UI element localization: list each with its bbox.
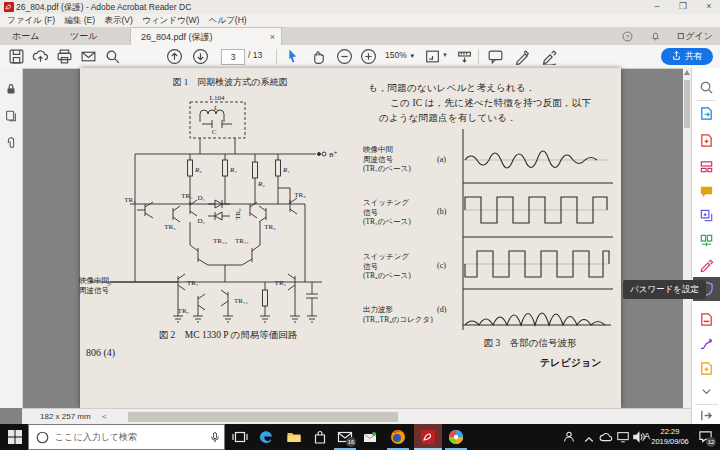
circuit-label-tr8: TR₈ <box>294 191 306 199</box>
paragraph-line1: も，問題のないレベルと考えられる． <box>368 82 536 95</box>
expand-panel-icon[interactable] <box>699 408 714 423</box>
horizontal-scrollbar-thumb[interactable] <box>128 412 398 422</box>
menu-view[interactable]: 表示(V) <box>104 15 132 25</box>
select-tool-icon[interactable] <box>284 48 301 65</box>
people-icon[interactable] <box>562 430 576 444</box>
comment-tool-icon[interactable] <box>699 184 714 199</box>
more-tools-icon[interactable] <box>699 361 714 376</box>
menu-edit[interactable]: 編集 (E) <box>64 15 95 25</box>
acrobat-reader-icon <box>420 429 436 445</box>
figure1-caption: 図 1 同期検波方式の系統図 <box>140 76 320 89</box>
time-label: 22:29 <box>650 427 690 437</box>
lock-icon[interactable] <box>4 82 18 96</box>
set-password-tooltip: パスワードを設定 <box>623 280 706 299</box>
network-icon[interactable] <box>616 430 630 444</box>
scroll-up-icon[interactable] <box>684 70 690 75</box>
search-icon[interactable] <box>104 48 121 65</box>
page-size-label: 182 x 257 mm <box>40 412 91 421</box>
start-button-icon[interactable] <box>7 429 23 445</box>
figure2-caption: 図 2 MC 1330 P の簡易等価回路 <box>118 329 338 342</box>
store-icon[interactable] <box>312 429 328 445</box>
edit-pdf-icon[interactable] <box>699 159 714 174</box>
circuit-label-tr9: TR₉ <box>234 208 242 220</box>
chevron-down-icon[interactable]: ▼ <box>442 52 448 58</box>
cloud-upload-icon[interactable] <box>32 48 49 65</box>
divider <box>695 404 718 405</box>
certificates-icon[interactable] <box>699 337 714 352</box>
media-app-icon[interactable] <box>448 429 464 445</box>
page-thumbnails-icon[interactable] <box>4 109 18 123</box>
tab-tools[interactable]: ツール <box>60 27 107 45</box>
svg-text:?: ? <box>626 34 629 40</box>
print-icon[interactable] <box>56 48 73 65</box>
divider <box>697 100 716 101</box>
menu-bar: ファイル (F) 編集 (E) 表示(V) ウィンドウ(W) ヘルプ(H) <box>0 14 720 27</box>
fill-sign-icon[interactable] <box>699 257 714 272</box>
attachment-icon[interactable] <box>4 136 18 150</box>
zoom-level-dropdown[interactable]: 150% ▼ <box>385 50 415 60</box>
tray-expand-icon[interactable] <box>583 432 595 444</box>
combine-files-icon[interactable] <box>699 208 714 223</box>
circuit-label-r1: R₁ <box>282 166 290 174</box>
organize-pages-icon[interactable] <box>699 233 714 248</box>
circuit-label-tr5: TR₅ <box>164 223 176 231</box>
onedrive-icon[interactable] <box>599 431 613 445</box>
comment-icon[interactable] <box>487 48 504 65</box>
letter-app-icon[interactable] <box>362 429 378 445</box>
help-icon[interactable]: ? <box>622 31 633 42</box>
microphone-icon[interactable] <box>209 431 221 444</box>
close-button[interactable]: × <box>700 0 718 14</box>
zoom-in-icon[interactable] <box>360 48 377 65</box>
measure-icon[interactable] <box>456 48 473 65</box>
tab-home[interactable]: ホーム <box>2 27 49 45</box>
maximize-button[interactable]: ❐ <box>674 0 692 14</box>
circuit-label-r4: R₄ <box>229 166 237 174</box>
circuit-label-tr4: TR₄ <box>181 192 193 200</box>
menu-window[interactable]: ウィンドウ(W) <box>142 15 199 25</box>
journal-title: テレビジョン <box>540 356 601 370</box>
circuit-input-line1: 映像中間 <box>79 276 109 286</box>
export-pdf-icon[interactable] <box>699 106 714 121</box>
tab-close-icon[interactable]: × <box>270 28 275 46</box>
menu-file[interactable]: ファイル (F) <box>7 15 55 25</box>
task-view-icon[interactable] <box>232 429 248 445</box>
create-pdf-icon[interactable] <box>699 133 714 148</box>
save-icon[interactable] <box>8 48 25 65</box>
next-page-icon[interactable] <box>192 48 209 65</box>
pdf-file-icon <box>4 2 14 12</box>
pencil-icon[interactable] <box>514 48 531 65</box>
action-center-badge: 12 <box>706 437 716 447</box>
chevron-down-icon[interactable] <box>699 384 714 399</box>
screen: 26_804.pdf (保護) - Adobe Acrobat Reader D… <box>0 0 720 450</box>
compress-pdf-icon[interactable] <box>699 312 714 327</box>
notification-bell-icon[interactable] <box>650 31 661 42</box>
taskbar-search-input[interactable]: ここに入力して検索 <box>28 424 225 450</box>
sign-icon[interactable] <box>541 48 558 65</box>
page-number-input[interactable]: 3 <box>221 49 245 65</box>
fit-page-icon[interactable] <box>424 48 441 65</box>
firefox-icon[interactable] <box>390 429 406 445</box>
vertical-scrollbar-thumb[interactable] <box>684 80 690 128</box>
tab-document[interactable]: 26_804.pdf (保護) × <box>130 27 282 45</box>
chevron-down-icon: ▼ <box>409 53 415 59</box>
email-icon[interactable] <box>80 48 97 65</box>
hand-tool-icon[interactable] <box>310 48 327 65</box>
login-button[interactable]: ログイン <box>676 27 713 45</box>
divider <box>276 49 277 64</box>
previous-page-icon[interactable] <box>166 48 183 65</box>
minimize-button[interactable]: – <box>648 0 666 14</box>
search-tool-icon[interactable] <box>699 80 714 95</box>
circuit-label-r3: R₃ <box>194 166 202 174</box>
edge-icon[interactable] <box>258 429 274 445</box>
zoom-out-icon[interactable] <box>336 48 353 65</box>
acrobat-taskbar-tile[interactable] <box>414 424 442 450</box>
waveform-c-label: スイッチング信号(TR₄のベース) <box>363 252 411 281</box>
status-bar: 182 x 257 mm < <box>22 408 691 425</box>
scroll-left-icon[interactable]: < <box>102 412 107 421</box>
file-explorer-icon[interactable] <box>286 429 302 445</box>
menu-help[interactable]: ヘルプ(H) <box>209 15 247 25</box>
circuit-label-d2: D₂ <box>198 217 206 225</box>
share-button[interactable]: 共有 <box>661 48 713 65</box>
clock[interactable]: 22:29 2019/09/06 <box>650 427 690 447</box>
zoom-level-value: 150% <box>385 50 407 60</box>
